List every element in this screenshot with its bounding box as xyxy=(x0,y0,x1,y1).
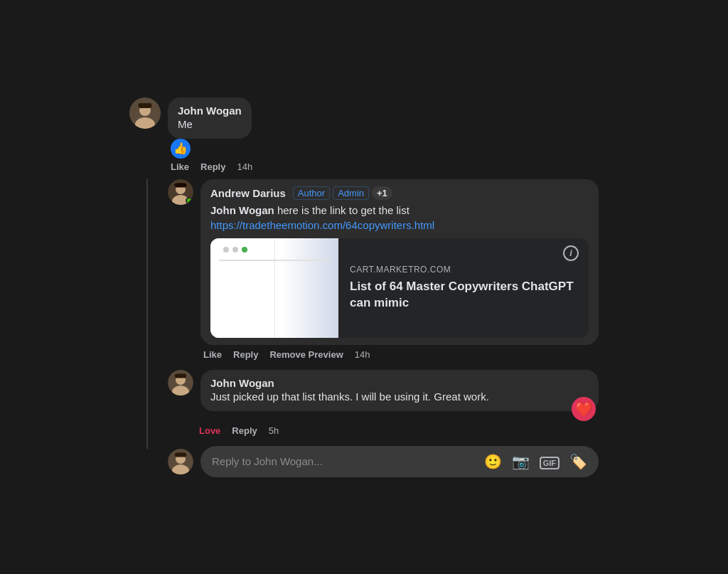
preview-content: CART.MARKETRO.COM List of 64 Master Copy… xyxy=(338,238,589,338)
avatar-john-3 xyxy=(168,370,193,395)
preview-divider xyxy=(274,238,275,338)
like-button-2[interactable]: Like xyxy=(203,349,222,360)
remove-preview-button[interactable]: Remove Preview xyxy=(269,349,343,360)
reply-icons: 🙂 📷 GIF 🏷️ xyxy=(484,453,587,470)
preview-title: List of 64 Master Copywriters ChatGPT ca… xyxy=(350,279,577,310)
comment-author-2: Andrew Darius xyxy=(210,187,286,199)
preview-domain: CART.MARKETRO.COM xyxy=(350,265,577,275)
preview-img-inner xyxy=(210,238,338,338)
reply-input-box[interactable]: Reply to John Wogan... 🙂 📷 GIF 🏷️ xyxy=(200,446,599,477)
comment-body-2: here is the link to get the list xyxy=(277,204,410,216)
preview-dots xyxy=(223,247,247,253)
gif-button[interactable]: GIF xyxy=(540,453,560,469)
online-indicator xyxy=(186,197,193,204)
emoji-icon[interactable]: 🙂 xyxy=(484,453,502,470)
love-button-3[interactable]: Love xyxy=(199,425,220,436)
badge-admin: Admin xyxy=(333,186,369,200)
comment-bubble-1: John Wogan Me xyxy=(168,97,252,139)
badge-plus: +1 xyxy=(372,186,392,200)
comment-time-2: 14h xyxy=(355,349,370,360)
comment-badges: Author Admin +1 xyxy=(293,186,392,200)
comment-bubble-2: Andrew Darius Author Admin +1 John Wogan… xyxy=(200,179,599,345)
sticker-icon[interactable]: 🏷️ xyxy=(569,453,587,470)
comment-actions-3: Love Reply 5h xyxy=(168,425,599,436)
svg-rect-4 xyxy=(139,103,151,108)
dot-2 xyxy=(232,247,238,253)
avatar-image-john-1 xyxy=(129,97,161,129)
dot-3 xyxy=(242,247,247,253)
comment-time-3: 5h xyxy=(269,425,279,436)
reply-input-row: Reply to John Wogan... 🙂 📷 GIF 🏷️ xyxy=(168,446,599,477)
comment-actions-2: Like Reply Remove Preview 14h xyxy=(200,349,599,360)
info-icon[interactable]: i xyxy=(563,245,579,261)
comment-row-3: John Wogan Just picked up that list than… xyxy=(168,370,599,411)
svg-rect-14 xyxy=(175,373,186,378)
comments-container: John Wogan Me 👍 Like Reply 14h xyxy=(115,83,613,491)
comment-actions-1: Like Reply 14h xyxy=(129,161,599,172)
comment-author-3: John Wogan xyxy=(210,377,589,389)
reply-button-2[interactable]: Reply xyxy=(233,349,258,360)
avatar-john-1 xyxy=(129,97,161,129)
love-reaction: ❤️ xyxy=(572,397,596,421)
badge-author: Author xyxy=(293,186,330,200)
avatar-andrew xyxy=(168,179,193,205)
dot-1 xyxy=(223,247,229,253)
comment-time-1: 14h xyxy=(237,161,252,172)
comment-row-2: Andrew Darius Author Admin +1 John Wogan… xyxy=(168,179,599,360)
comment-link-2[interactable]: https://tradetheemotion.com/64copywriter… xyxy=(210,219,434,231)
reply-button-3[interactable]: Reply xyxy=(232,425,257,436)
svg-rect-19 xyxy=(175,452,186,457)
camera-icon[interactable]: 📷 xyxy=(512,453,530,470)
like-button-1[interactable]: Like xyxy=(171,161,189,172)
comment-author-1: John Wogan xyxy=(178,105,242,117)
comment-text-3: Just picked up that list thanks. I will … xyxy=(210,389,589,404)
avatar-reply xyxy=(168,449,193,474)
comment-row-1: John Wogan Me 👍 xyxy=(129,97,599,159)
link-preview-card: CART.MARKETRO.COM List of 64 Master Copy… xyxy=(210,238,589,338)
svg-rect-9 xyxy=(175,183,186,187)
reply-button-1[interactable]: Reply xyxy=(200,161,225,172)
comment-text-2: John Wogan here is the link to get the l… xyxy=(210,203,589,233)
thread-indent: Andrew Darius Author Admin +1 John Wogan… xyxy=(168,179,599,477)
mention-name: John Wogan xyxy=(210,204,274,216)
preview-image xyxy=(210,238,338,338)
like-reaction-1: 👍 xyxy=(171,139,191,159)
comment-bubble-3: John Wogan Just picked up that list than… xyxy=(200,370,599,411)
comment-text-1: Me xyxy=(178,117,242,132)
reply-placeholder: Reply to John Wogan... xyxy=(212,455,323,467)
